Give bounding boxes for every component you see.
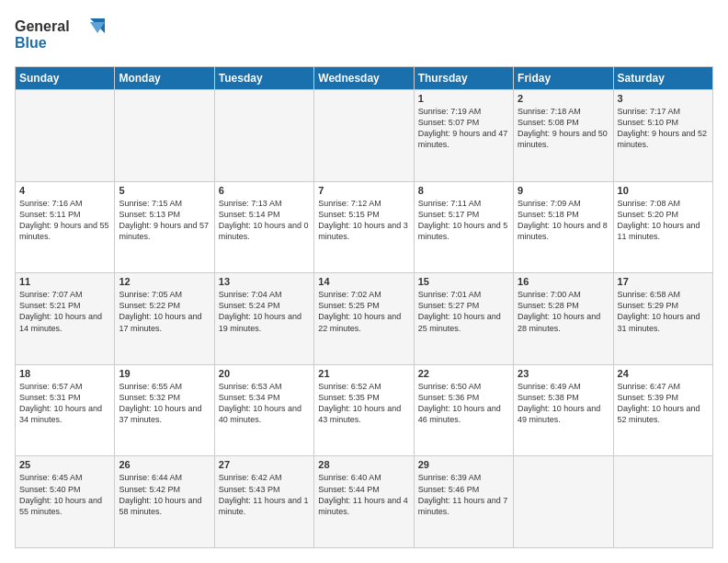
day-number: 11	[19, 276, 110, 287]
calendar-day: 11Sunrise: 7:07 AM Sunset: 5:21 PM Dayli…	[16, 273, 115, 365]
day-number: 29	[418, 459, 509, 470]
svg-text:General: General	[15, 18, 70, 34]
day-number: 27	[219, 459, 310, 470]
day-number: 20	[219, 368, 310, 379]
day-info: Sunrise: 6:57 AM Sunset: 5:31 PM Dayligh…	[19, 381, 110, 426]
day-info: Sunrise: 7:16 AM Sunset: 5:11 PM Dayligh…	[19, 198, 110, 243]
calendar-day: 22Sunrise: 6:50 AM Sunset: 5:36 PM Dayli…	[414, 364, 513, 456]
calendar-day: 10Sunrise: 7:08 AM Sunset: 5:20 PM Dayli…	[613, 181, 712, 273]
col-header-tuesday: Tuesday	[214, 67, 313, 90]
calendar-day: 21Sunrise: 6:52 AM Sunset: 5:35 PM Dayli…	[314, 364, 414, 456]
day-info: Sunrise: 6:45 AM Sunset: 5:40 PM Dayligh…	[19, 472, 110, 517]
day-number: 18	[19, 368, 110, 379]
day-info: Sunrise: 6:50 AM Sunset: 5:36 PM Dayligh…	[418, 381, 509, 426]
calendar-week-3: 11Sunrise: 7:07 AM Sunset: 5:21 PM Dayli…	[16, 273, 713, 365]
day-number: 16	[518, 276, 609, 287]
day-number: 10	[618, 185, 709, 196]
day-number: 19	[119, 368, 210, 379]
day-info: Sunrise: 6:47 AM Sunset: 5:39 PM Dayligh…	[618, 381, 709, 426]
calendar-header-row: SundayMondayTuesdayWednesdayThursdayFrid…	[16, 67, 713, 90]
day-info: Sunrise: 7:09 AM Sunset: 5:18 PM Dayligh…	[518, 198, 609, 243]
col-header-friday: Friday	[514, 67, 613, 90]
calendar-table: SundayMondayTuesdayWednesdayThursdayFrid…	[15, 66, 713, 548]
day-info: Sunrise: 6:42 AM Sunset: 5:43 PM Dayligh…	[219, 472, 310, 517]
day-info: Sunrise: 7:15 AM Sunset: 5:13 PM Dayligh…	[119, 198, 210, 243]
day-number: 17	[618, 276, 709, 287]
calendar-day	[514, 456, 613, 548]
day-info: Sunrise: 7:08 AM Sunset: 5:20 PM Dayligh…	[618, 198, 709, 243]
col-header-saturday: Saturday	[613, 67, 712, 90]
calendar-day	[214, 90, 313, 182]
day-number: 7	[318, 185, 409, 196]
day-number: 12	[119, 276, 210, 287]
day-number: 21	[318, 368, 409, 379]
day-number: 23	[518, 368, 609, 379]
day-number: 1	[418, 93, 509, 104]
day-info: Sunrise: 6:39 AM Sunset: 5:46 PM Dayligh…	[418, 472, 509, 517]
day-info: Sunrise: 6:40 AM Sunset: 5:44 PM Dayligh…	[318, 472, 409, 517]
day-number: 14	[318, 276, 409, 287]
calendar-day: 1Sunrise: 7:19 AM Sunset: 5:07 PM Daylig…	[414, 90, 513, 182]
calendar-day: 26Sunrise: 6:44 AM Sunset: 5:42 PM Dayli…	[115, 456, 214, 548]
calendar-day: 24Sunrise: 6:47 AM Sunset: 5:39 PM Dayli…	[613, 364, 712, 456]
day-info: Sunrise: 7:00 AM Sunset: 5:28 PM Dayligh…	[518, 289, 609, 334]
day-number: 24	[618, 368, 709, 379]
day-info: Sunrise: 7:18 AM Sunset: 5:08 PM Dayligh…	[518, 106, 609, 151]
day-info: Sunrise: 7:19 AM Sunset: 5:07 PM Dayligh…	[418, 106, 509, 151]
day-number: 4	[19, 185, 110, 196]
day-info: Sunrise: 7:07 AM Sunset: 5:21 PM Dayligh…	[19, 289, 110, 334]
day-number: 2	[518, 93, 609, 104]
day-number: 5	[119, 185, 210, 196]
day-info: Sunrise: 6:53 AM Sunset: 5:34 PM Dayligh…	[219, 381, 310, 426]
calendar-day: 23Sunrise: 6:49 AM Sunset: 5:38 PM Dayli…	[514, 364, 613, 456]
col-header-sunday: Sunday	[16, 67, 115, 90]
calendar-week-1: 1Sunrise: 7:19 AM Sunset: 5:07 PM Daylig…	[16, 90, 713, 182]
day-number: 28	[318, 459, 409, 470]
calendar-day: 5Sunrise: 7:15 AM Sunset: 5:13 PM Daylig…	[115, 181, 214, 273]
calendar-day: 4Sunrise: 7:16 AM Sunset: 5:11 PM Daylig…	[16, 181, 115, 273]
day-info: Sunrise: 7:05 AM Sunset: 5:22 PM Dayligh…	[119, 289, 210, 334]
day-number: 3	[618, 93, 709, 104]
calendar-day: 2Sunrise: 7:18 AM Sunset: 5:08 PM Daylig…	[514, 90, 613, 182]
calendar-day: 25Sunrise: 6:45 AM Sunset: 5:40 PM Dayli…	[16, 456, 115, 548]
calendar-week-5: 25Sunrise: 6:45 AM Sunset: 5:40 PM Dayli…	[16, 456, 713, 548]
day-info: Sunrise: 6:49 AM Sunset: 5:38 PM Dayligh…	[518, 381, 609, 426]
day-info: Sunrise: 7:17 AM Sunset: 5:10 PM Dayligh…	[618, 106, 709, 151]
calendar-day: 12Sunrise: 7:05 AM Sunset: 5:22 PM Dayli…	[115, 273, 214, 365]
day-info: Sunrise: 7:02 AM Sunset: 5:25 PM Dayligh…	[318, 289, 409, 334]
logo-wordmark: General Blue	[15, 15, 107, 57]
calendar-day	[115, 90, 214, 182]
calendar-day: 14Sunrise: 7:02 AM Sunset: 5:25 PM Dayli…	[314, 273, 414, 365]
header: General Blue	[15, 15, 713, 57]
day-info: Sunrise: 6:55 AM Sunset: 5:32 PM Dayligh…	[119, 381, 210, 426]
day-number: 6	[219, 185, 310, 196]
col-header-wednesday: Wednesday	[314, 67, 414, 90]
day-number: 25	[19, 459, 110, 470]
calendar-day: 19Sunrise: 6:55 AM Sunset: 5:32 PM Dayli…	[115, 364, 214, 456]
calendar-day: 29Sunrise: 6:39 AM Sunset: 5:46 PM Dayli…	[414, 456, 513, 548]
page: General Blue SundayMondayTuesdayWednesda…	[0, 0, 728, 563]
logo: General Blue	[15, 15, 107, 57]
calendar-day	[613, 456, 712, 548]
calendar-day	[314, 90, 414, 182]
day-number: 22	[418, 368, 509, 379]
calendar-day: 20Sunrise: 6:53 AM Sunset: 5:34 PM Dayli…	[214, 364, 313, 456]
calendar-day: 15Sunrise: 7:01 AM Sunset: 5:27 PM Dayli…	[414, 273, 513, 365]
day-number: 13	[219, 276, 310, 287]
day-info: Sunrise: 6:52 AM Sunset: 5:35 PM Dayligh…	[318, 381, 409, 426]
day-info: Sunrise: 7:11 AM Sunset: 5:17 PM Dayligh…	[418, 198, 509, 243]
calendar-day: 16Sunrise: 7:00 AM Sunset: 5:28 PM Dayli…	[514, 273, 613, 365]
day-number: 9	[518, 185, 609, 196]
calendar-day: 17Sunrise: 6:58 AM Sunset: 5:29 PM Dayli…	[613, 273, 712, 365]
svg-text:Blue: Blue	[15, 35, 47, 51]
day-info: Sunrise: 7:04 AM Sunset: 5:24 PM Dayligh…	[219, 289, 310, 334]
calendar-day: 8Sunrise: 7:11 AM Sunset: 5:17 PM Daylig…	[414, 181, 513, 273]
calendar-day: 18Sunrise: 6:57 AM Sunset: 5:31 PM Dayli…	[16, 364, 115, 456]
day-info: Sunrise: 6:44 AM Sunset: 5:42 PM Dayligh…	[119, 472, 210, 517]
calendar-day	[16, 90, 115, 182]
calendar-day: 7Sunrise: 7:12 AM Sunset: 5:15 PM Daylig…	[314, 181, 414, 273]
col-header-thursday: Thursday	[414, 67, 513, 90]
day-info: Sunrise: 7:12 AM Sunset: 5:15 PM Dayligh…	[318, 198, 409, 243]
day-info: Sunrise: 6:58 AM Sunset: 5:29 PM Dayligh…	[618, 289, 709, 334]
day-number: 15	[418, 276, 509, 287]
